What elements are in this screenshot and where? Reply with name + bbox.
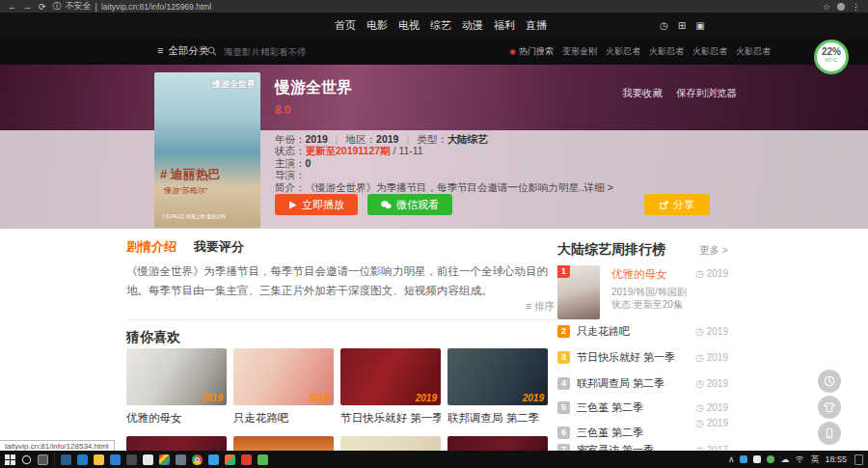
taskbar-app-icon[interactable] xyxy=(208,454,219,465)
tray-chevron-icon[interactable]: ∧ xyxy=(728,454,735,464)
hot-link[interactable]: 火影忍者 xyxy=(736,45,771,58)
reload-icon[interactable]: ⟳ xyxy=(39,2,46,12)
recommend-card[interactable]: 2019 节日快乐就好 第一季 xyxy=(340,348,441,426)
history-icon[interactable]: ◷ xyxy=(660,20,668,31)
rank-badge: 2 xyxy=(557,325,570,338)
url-text[interactable]: laityvip.cn:81/info/125969.html xyxy=(101,2,211,12)
nav-movies[interactable]: 电影 xyxy=(366,18,388,33)
recommend-card[interactable]: 2019 只走花路吧 xyxy=(233,348,334,426)
input-language-indicator[interactable]: 英 xyxy=(810,454,819,466)
nav-anime[interactable]: 动漫 xyxy=(462,18,483,33)
play-icon xyxy=(288,201,297,209)
cloud-icon[interactable]: ☁ xyxy=(780,454,789,464)
taskbar-app-icon[interactable] xyxy=(159,454,170,465)
task-view-icon[interactable] xyxy=(38,454,48,465)
performance-percent: 22% xyxy=(817,47,846,57)
taskbar-app-icon[interactable] xyxy=(94,454,104,465)
divider xyxy=(126,319,555,320)
tray-app-icon[interactable] xyxy=(767,455,774,463)
apps-icon[interactable]: ⊞ xyxy=(678,20,686,31)
nav-welfare[interactable]: 福利 xyxy=(494,18,515,33)
clock-icon: ◷ xyxy=(695,402,704,413)
taskbar-app-icon[interactable] xyxy=(110,454,121,465)
performance-widget[interactable]: 22% 40°C xyxy=(814,40,849,74)
hot-link[interactable]: 变形金刚 xyxy=(562,45,597,58)
play-now-button[interactable]: 立即播放 xyxy=(275,194,358,215)
bookmark-star-icon[interactable]: ☆ xyxy=(823,2,830,12)
back-icon[interactable]: ← xyxy=(8,2,16,12)
cast-label: 主演： xyxy=(275,157,306,169)
type-value[interactable]: 大陆综艺 xyxy=(448,133,488,145)
show-poster[interactable]: 慢游全世界 # 迪丽热巴 慢游“苏梅尔” 7月24日起 相遇之旅 慢游启程 xyxy=(154,72,260,228)
intro-text: 《慢游全世界》为季播节目，每季节目会邀请一位影响力明星.. xyxy=(306,181,584,193)
tray-app-icon[interactable] xyxy=(740,455,747,463)
clock-icon: ◷ xyxy=(695,378,704,389)
taskbar-app-icon[interactable] xyxy=(241,454,252,465)
sort-control[interactable]: ≡ 排序 xyxy=(480,300,555,314)
wechat-watch-button[interactable]: 微信观看 xyxy=(367,194,452,215)
nav-home[interactable]: 首页 xyxy=(335,18,356,33)
browser-menu-icon[interactable]: ⋮ xyxy=(852,2,860,12)
all-categories-button[interactable]: ≡ 全部分类 xyxy=(157,44,208,58)
nav-tv[interactable]: 电视 xyxy=(398,18,420,33)
site-info-icon[interactable]: ⓘ xyxy=(53,0,62,13)
ranking-row[interactable]: 2 只走花路吧 ◷ 2019 xyxy=(557,324,728,338)
ranking-row[interactable]: 5 三色堇 第二季 ◷ 2019 xyxy=(557,400,728,414)
forward-icon[interactable]: → xyxy=(23,2,32,12)
taskbar-app-icon[interactable] xyxy=(126,454,137,465)
recommend-card[interactable]: 2019 联邦调查局 第二季 xyxy=(448,348,548,426)
nav-live[interactable]: 直播 xyxy=(526,18,547,33)
ranking-more-link[interactable]: 更多 > xyxy=(699,244,728,258)
ranking-item-year: ◷ 2019 xyxy=(695,378,728,389)
taskbar-app-icon[interactable] xyxy=(61,454,71,465)
ranking-item-title[interactable]: 优雅的母女 xyxy=(611,267,667,282)
start-button-icon[interactable] xyxy=(5,454,15,465)
taskbar-clock[interactable]: 18:55 xyxy=(825,454,847,464)
intro-more-link[interactable]: 详细 > xyxy=(584,181,613,193)
ranking-row[interactable]: 6 三色堇 第二季 ◷ 2019 xyxy=(557,426,728,439)
ranking-item-year: ◷ 2019 xyxy=(695,418,728,428)
taskbar-app-icon[interactable] xyxy=(258,454,268,465)
history-float-button[interactable] xyxy=(818,370,841,393)
theme-icon[interactable]: ▣ xyxy=(695,20,704,31)
hot-link[interactable]: 火影忍者 xyxy=(649,45,684,58)
collect-link[interactable]: 我要收藏 xyxy=(622,87,663,100)
skin-theme-float-button[interactable] xyxy=(818,396,841,419)
mobile-app-float-button[interactable] xyxy=(818,422,841,445)
clock-icon: ◷ xyxy=(695,418,704,428)
taskbar-app-icon[interactable] xyxy=(143,454,153,465)
ranking-row[interactable]: 3 节日快乐就好 第一季 ◷ 2019 xyxy=(557,350,728,364)
ranking-title: 大陆综艺周排行榜 xyxy=(557,241,665,259)
hamburger-icon: ≡ xyxy=(157,44,163,58)
save-to-browser-link[interactable]: 保存到浏览器 xyxy=(676,87,737,100)
taskbar-app-icon[interactable] xyxy=(176,454,186,465)
tab-synopsis[interactable]: 剧情介绍 xyxy=(126,238,176,256)
card-thumbnail: 2019 xyxy=(233,348,334,405)
cast-value[interactable]: 0 xyxy=(306,157,312,169)
hot-link[interactable]: 火影忍者 xyxy=(606,45,640,58)
taskbar-search-icon[interactable] xyxy=(21,454,32,465)
header-icons: ◷ ⊞ ▣ xyxy=(660,13,705,38)
year-text: 2019 xyxy=(707,268,728,279)
profile-avatar[interactable] xyxy=(837,3,845,11)
recommend-card[interactable]: 2019 优雅的母女 xyxy=(126,348,227,426)
nav-variety[interactable]: 综艺 xyxy=(430,18,451,33)
ranking-featured-item[interactable]: 1 优雅的母女 ◷ 2019 2019/韩国/韩国剧 状态:更新至20集 xyxy=(557,265,728,321)
search-input[interactable] xyxy=(222,45,390,58)
tray-app-icon[interactable] xyxy=(753,455,761,463)
play-now-label: 立即播放 xyxy=(302,198,344,212)
wifi-icon[interactable] xyxy=(795,455,804,463)
share-icon xyxy=(660,201,668,209)
hot-link[interactable]: 火影忍者 xyxy=(692,45,727,58)
taskbar-app-icon[interactable] xyxy=(225,454,235,465)
chrome-taskbar-icon[interactable] xyxy=(192,454,203,465)
shirt-icon xyxy=(824,401,835,413)
tab-rate[interactable]: 我要评分 xyxy=(194,238,244,256)
director-label: 导演： xyxy=(275,169,306,180)
rank-badge: 6 xyxy=(557,427,570,439)
notification-center-icon[interactable] xyxy=(854,454,863,465)
taskbar-app-icon[interactable] xyxy=(77,454,88,465)
ranking-row[interactable]: 4 联邦调查局 第二季 ◷ 2019 xyxy=(557,376,728,390)
share-button[interactable]: 分享 xyxy=(644,194,710,215)
clock-icon xyxy=(824,375,835,387)
